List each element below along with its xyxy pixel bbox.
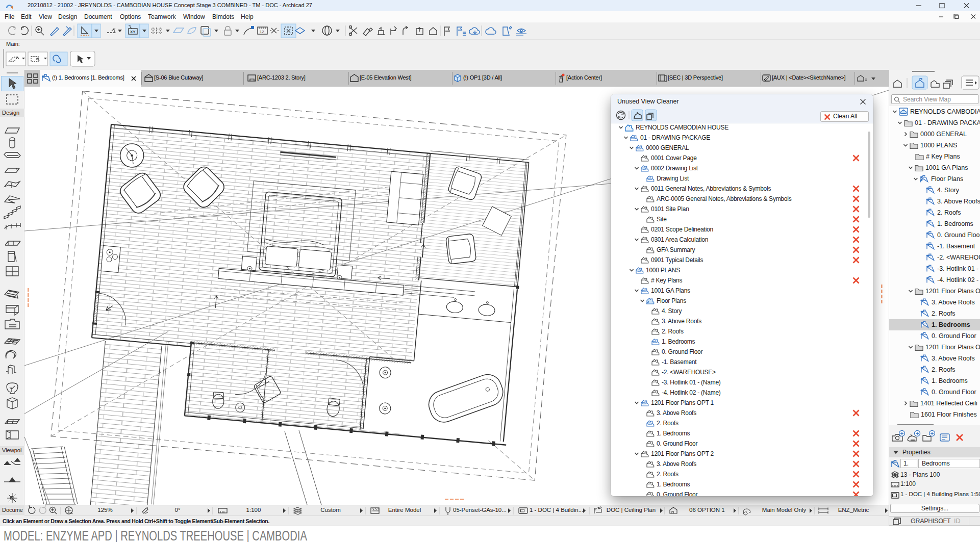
svg-text:12: 12 [260,30,264,34]
svg-text:XY: XY [130,30,136,34]
